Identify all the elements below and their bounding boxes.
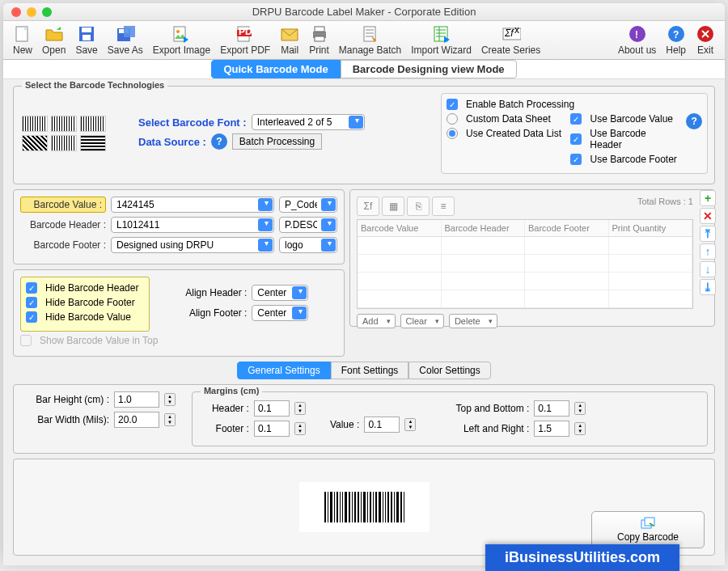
- barcode-footer-label: Barcode Footer :: [20, 239, 106, 251]
- import-wizard-button[interactable]: Import Wizard: [411, 24, 472, 56]
- barcode-style-icon[interactable]: [80, 135, 106, 151]
- stepper-up[interactable]: ▲: [165, 414, 175, 420]
- barcode-value-label: Barcode Value :: [20, 197, 106, 213]
- copy-barcode-button[interactable]: Copy Barcode: [591, 511, 705, 548]
- manage-batch-button[interactable]: Manage Batch: [339, 24, 401, 56]
- help-button[interactable]: ?Help: [666, 24, 686, 56]
- svg-rect-13: [315, 27, 324, 32]
- data-source-label: Data Source :: [138, 136, 206, 148]
- margin-value-input[interactable]: [364, 417, 400, 433]
- clear-dropdown[interactable]: Clear: [400, 314, 444, 328]
- barcode-value-col[interactable]: [279, 197, 337, 213]
- data-source-value: Batch Processing: [232, 133, 322, 150]
- margin-header-input[interactable]: [254, 400, 290, 417]
- barcode-style-icon[interactable]: [22, 135, 48, 151]
- barcode-font-select[interactable]: Interleaved 2 of 5: [252, 114, 365, 130]
- tab-design-mode[interactable]: Barcode Designing view Mode: [341, 60, 517, 78]
- add-row-button[interactable]: +: [700, 190, 716, 206]
- hide-header-checkbox[interactable]: ✓: [26, 282, 37, 294]
- barcode-style-icon[interactable]: [22, 116, 48, 132]
- enable-batch-checkbox[interactable]: ✓: [447, 99, 458, 110]
- margins-title: Margins (cm): [201, 386, 262, 395]
- barcode-header-input[interactable]: [111, 217, 274, 233]
- tab-quick-mode[interactable]: Quick Barcode Mode: [211, 60, 340, 78]
- tab-font-settings[interactable]: Font Settings: [331, 362, 409, 379]
- new-button[interactable]: New: [13, 24, 32, 56]
- save-as-button[interactable]: Save As: [108, 24, 143, 56]
- barcode-tech-title: Select the Barcode Technologies: [22, 80, 167, 90]
- margin-footer-input[interactable]: [254, 421, 290, 437]
- copy-icon[interactable]: ⎘: [407, 197, 430, 216]
- margin-lr-input[interactable]: [534, 421, 569, 437]
- save-button[interactable]: Save: [75, 24, 97, 56]
- barcode-footer-col[interactable]: [279, 237, 337, 253]
- barcode-font-label: Select Barcode Font :: [138, 116, 247, 129]
- data-grid[interactable]: Barcode ValueBarcode HeaderBarcode Foote…: [357, 219, 693, 309]
- export-pdf-button[interactable]: PDFExport PDF: [220, 24, 270, 56]
- svg-rect-14: [315, 36, 324, 41]
- brand-watermark: iBusinessUtilities.com: [485, 544, 679, 571]
- exit-button[interactable]: Exit: [696, 24, 715, 56]
- tab-color-settings[interactable]: Color Settings: [408, 362, 490, 379]
- add-dropdown[interactable]: Add: [357, 314, 396, 328]
- svg-rect-3: [83, 35, 91, 40]
- created-list-radio[interactable]: [447, 128, 458, 139]
- open-button[interactable]: Open: [42, 24, 66, 56]
- export-image-button[interactable]: Export Image: [153, 24, 210, 56]
- barcode-style-icon[interactable]: [51, 116, 77, 132]
- about-button[interactable]: !About us: [618, 24, 656, 56]
- align-header-select[interactable]: Center: [252, 285, 308, 301]
- move-down-button[interactable]: ↓: [700, 261, 716, 277]
- print-button[interactable]: Print: [309, 24, 329, 56]
- help-icon[interactable]: ?: [211, 133, 227, 150]
- use-footer-checkbox[interactable]: ✓: [570, 154, 582, 165]
- total-rows-label: Total Rows : 1: [637, 197, 693, 216]
- use-value-checkbox[interactable]: ✓: [570, 113, 582, 125]
- margin-tb-input[interactable]: [534, 400, 569, 417]
- tab-general-settings[interactable]: General Settings: [237, 362, 330, 379]
- barcode-value-input[interactable]: [111, 197, 274, 213]
- align-header-label: Align Header :: [174, 287, 247, 298]
- barcode-style-icon[interactable]: [51, 135, 77, 151]
- remove-row-button[interactable]: ✕: [700, 208, 716, 224]
- sheet-icon[interactable]: ▦: [382, 197, 404, 216]
- custom-sheet-radio[interactable]: [447, 113, 458, 125]
- svg-text:!: !: [635, 29, 638, 40]
- barcode-tech-panel: Select the Barcode Technologies Select B…: [13, 86, 715, 184]
- hide-value-checkbox[interactable]: ✓: [26, 311, 37, 323]
- delete-dropdown[interactable]: Delete: [449, 314, 497, 328]
- stepper-down[interactable]: ▼: [165, 420, 175, 425]
- barcode-header-label: Barcode Header :: [20, 219, 106, 231]
- help-icon[interactable]: ?: [686, 113, 702, 129]
- create-series-button[interactable]: ΣfxCreate Series: [481, 24, 540, 56]
- svg-text:?: ?: [673, 29, 679, 40]
- mode-tabs: Quick Barcode Mode Barcode Designing vie…: [3, 60, 725, 79]
- barcode-image: [299, 482, 430, 532]
- list-icon[interactable]: ≡: [432, 197, 455, 216]
- hide-footer-checkbox[interactable]: ✓: [26, 297, 37, 308]
- align-footer-select[interactable]: Center: [252, 305, 308, 321]
- bar-height-input[interactable]: [114, 391, 159, 408]
- use-header-checkbox[interactable]: ✓: [570, 133, 582, 145]
- align-footer-label: Align Footer :: [174, 307, 247, 319]
- bar-width-label: Bar Width (Mils):: [20, 414, 109, 425]
- bar-height-label: Bar Height (cm) :: [20, 394, 109, 405]
- stepper-down[interactable]: ▼: [165, 400, 175, 405]
- move-top-button[interactable]: ⤒: [700, 226, 716, 242]
- move-bottom-button[interactable]: ⤓: [700, 279, 716, 295]
- settings-tabs: General Settings Font Settings Color Set…: [13, 362, 715, 379]
- bar-width-input[interactable]: [114, 412, 159, 428]
- mail-button[interactable]: Mail: [280, 24, 299, 56]
- main-toolbar: New Open Save Save As Export Image PDFEx…: [3, 21, 725, 60]
- stepper-up[interactable]: ▲: [165, 394, 175, 400]
- barcode-header-col[interactable]: [279, 217, 337, 233]
- svg-point-8: [176, 30, 180, 33]
- svg-rect-7: [174, 27, 185, 41]
- formula-icon[interactable]: Σf: [357, 197, 379, 216]
- barcode-style-icon[interactable]: [80, 116, 106, 132]
- titlebar: DRPU Barcode Label Maker - Corporate Edi…: [3, 3, 725, 21]
- barcode-footer-input[interactable]: [111, 237, 274, 253]
- show-top-checkbox[interactable]: [20, 335, 32, 346]
- window-title: DRPU Barcode Label Maker - Corporate Edi…: [3, 6, 725, 18]
- move-up-button[interactable]: ↑: [700, 243, 716, 260]
